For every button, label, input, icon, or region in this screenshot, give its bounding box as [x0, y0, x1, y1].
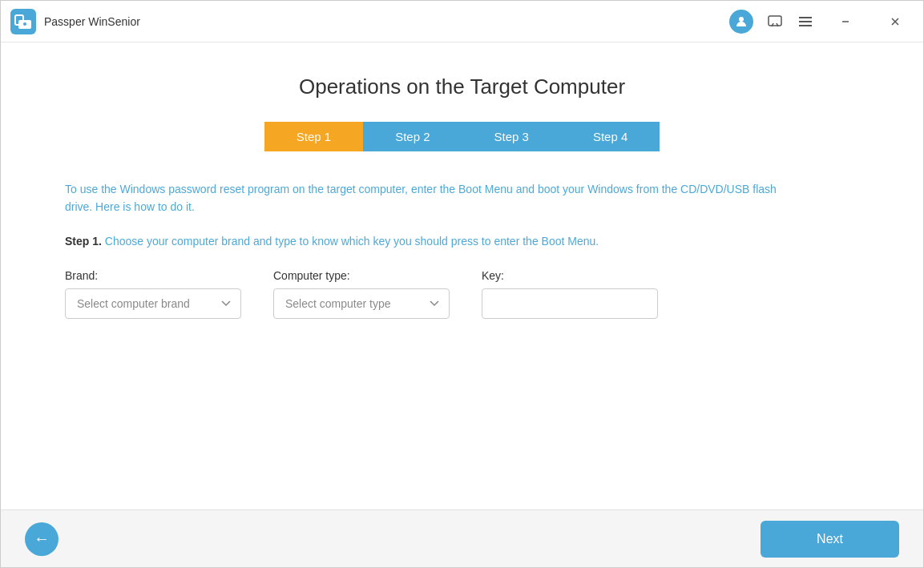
svg-point-4	[739, 17, 744, 22]
step-prefix: Step 1.	[65, 235, 102, 248]
user-icon[interactable]	[729, 10, 753, 34]
back-button[interactable]: ←	[25, 522, 59, 556]
step-1-button[interactable]: Step 1	[264, 122, 363, 151]
key-input[interactable]	[482, 288, 658, 319]
app-logo	[10, 9, 36, 34]
back-arrow-icon: ←	[34, 530, 50, 548]
minimize-button[interactable]	[827, 9, 864, 34]
step-3-button[interactable]: Step 3	[462, 122, 561, 151]
steps-bar: Step 1 Step 2 Step 3 Step 4	[65, 122, 859, 151]
close-button[interactable]	[877, 9, 914, 34]
key-label: Key:	[482, 269, 658, 282]
instruction-text: To use the Windows password reset progra…	[65, 180, 786, 216]
footer: ← Next	[1, 510, 923, 567]
next-button[interactable]: Next	[761, 521, 899, 558]
step-2-button[interactable]: Step 2	[363, 122, 462, 151]
app-title: Passper WinSenior	[44, 15, 729, 28]
computer-type-select[interactable]: Select computer type	[273, 288, 450, 319]
svg-rect-5	[769, 16, 781, 26]
brand-group: Brand: Select computer brand	[65, 269, 241, 319]
step-description: Step 1. Choose your computer brand and t…	[65, 232, 786, 250]
step-4-button[interactable]: Step 4	[561, 122, 660, 151]
svg-point-3	[23, 22, 26, 26]
main-content: Operations on the Target Computer Step 1…	[1, 42, 923, 510]
form-row: Brand: Select computer brand Computer ty…	[65, 269, 859, 319]
step-main-text: Choose your computer brand and type to k…	[102, 235, 599, 248]
brand-label: Brand:	[65, 269, 241, 282]
menu-icon[interactable]	[797, 13, 814, 30]
chat-icon[interactable]	[766, 13, 784, 30]
key-group: Key:	[482, 269, 658, 319]
svg-rect-8	[799, 25, 812, 26]
brand-select[interactable]: Select computer brand	[65, 288, 241, 319]
computer-type-group: Computer type: Select computer type	[273, 269, 450, 319]
page-title: Operations on the Target Computer	[65, 75, 859, 99]
titlebar: Passper WinSenior	[1, 1, 923, 42]
svg-rect-7	[799, 21, 812, 22]
titlebar-actions	[729, 9, 914, 34]
svg-rect-6	[799, 17, 812, 18]
computer-type-label: Computer type:	[273, 269, 450, 282]
